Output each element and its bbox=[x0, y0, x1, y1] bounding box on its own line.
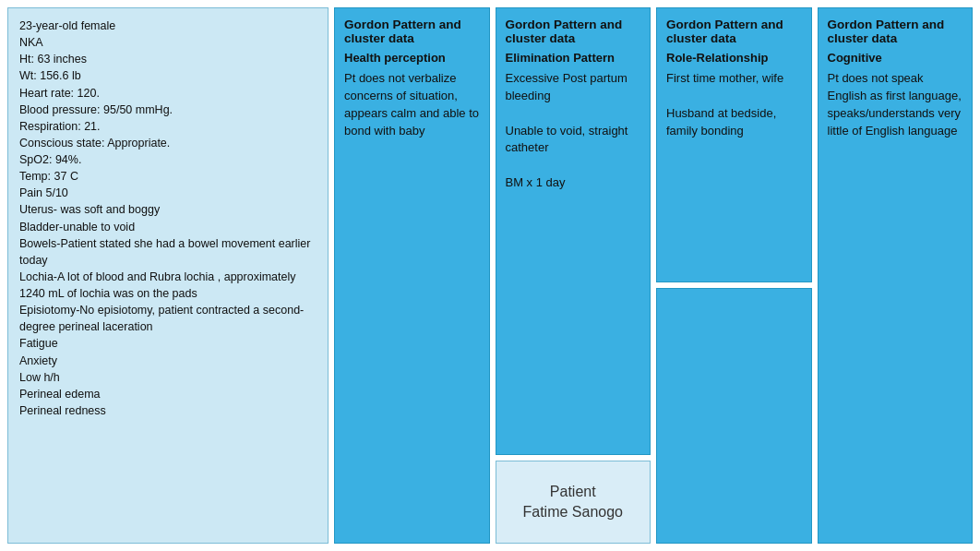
card-2-extra-2: BM x 1 day bbox=[506, 175, 566, 189]
card-2-subtitle: Elimination Pattern bbox=[506, 51, 641, 65]
card-4-subtitle: Cognitive bbox=[828, 51, 963, 65]
card-role: Gordon Pattern and cluster data Role-Rel… bbox=[656, 7, 812, 282]
card-1-subtitle: Health perception bbox=[344, 51, 480, 65]
card-3-subtitle: Role-Relationship bbox=[666, 51, 802, 65]
card-3-extra-1: Husband at bedside, family bonding bbox=[666, 106, 776, 138]
column-2: Gordon Pattern and cluster data Eliminat… bbox=[496, 7, 651, 544]
card-3-title: Gordon Pattern and cluster data bbox=[666, 18, 802, 45]
card-2-title: Gordon Pattern and cluster data bbox=[506, 18, 641, 45]
card-1-title: Gordon Pattern and cluster data bbox=[344, 18, 480, 45]
patient-card: Patient Fatime Sanogo bbox=[496, 461, 651, 544]
main-container: 23-year-old femaleNKAHt: 63 inchesWt: 15… bbox=[0, 0, 980, 551]
left-panel: 23-year-old femaleNKAHt: 63 inchesWt: 15… bbox=[7, 7, 329, 544]
column-3: Gordon Pattern and cluster data Role-Rel… bbox=[656, 7, 812, 544]
card-health-perception: Gordon Pattern and cluster data Health p… bbox=[334, 7, 490, 544]
col3-bottom-blue bbox=[656, 288, 812, 545]
card-2-content: Excessive Post partum bleeding Unable to… bbox=[506, 70, 641, 192]
patient-name: Fatime Sanogo bbox=[522, 504, 623, 521]
column-1: Gordon Pattern and cluster data Health p… bbox=[334, 7, 490, 544]
card-elimination: Gordon Pattern and cluster data Eliminat… bbox=[496, 7, 651, 455]
card-2-extra-1: Unable to void, straight catheter bbox=[506, 124, 628, 155]
card-4-title: Gordon Pattern and cluster data bbox=[828, 18, 963, 45]
patient-label: Patient bbox=[550, 484, 596, 500]
column-4: Gordon Pattern and cluster data Cognitiv… bbox=[818, 7, 974, 544]
card-4-content: Pt does not speak English as first langu… bbox=[828, 70, 963, 139]
card-cognitive: Gordon Pattern and cluster data Cognitiv… bbox=[818, 7, 974, 544]
right-section: Gordon Pattern and cluster data Health p… bbox=[334, 7, 973, 544]
card-3-content: First time mother, wife Husband at bedsi… bbox=[666, 70, 802, 139]
card-1-content: Pt does not verbalize concerns of situat… bbox=[344, 70, 480, 139]
patient-info: 23-year-old femaleNKAHt: 63 inchesWt: 15… bbox=[19, 18, 317, 419]
